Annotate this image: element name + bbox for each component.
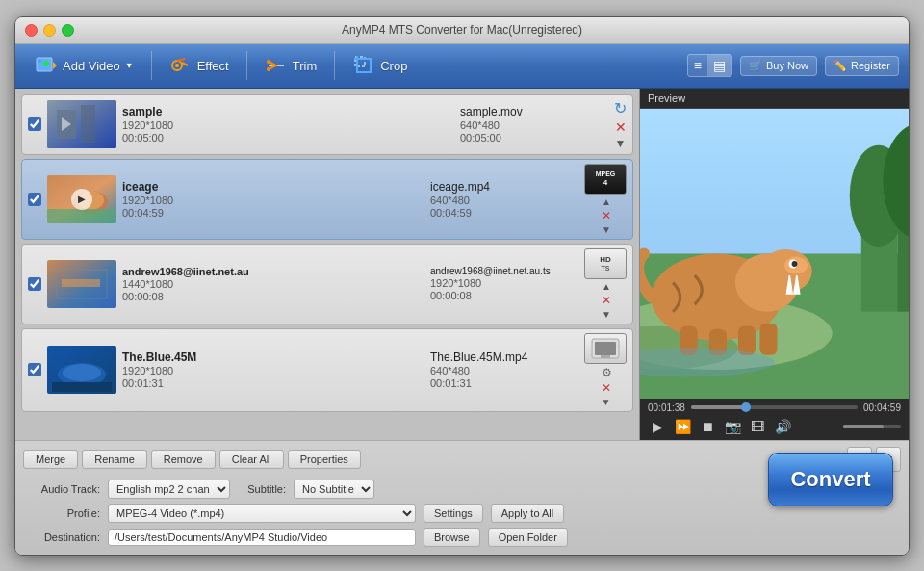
file-output-3: andrew1968@iinet.net.au.ts 1920*1080 00:… <box>430 266 575 301</box>
convert-button[interactable]: Convert <box>768 453 893 506</box>
file-dim-3: 1440*1080 <box>122 278 424 290</box>
audio-track-select[interactable]: English mp2 2 chan <box>108 480 230 499</box>
svg-point-29 <box>63 364 101 381</box>
svg-point-47 <box>792 261 798 267</box>
svg-rect-51 <box>759 323 777 354</box>
format-badge-3[interactable]: HD TS <box>584 248 627 279</box>
effect-button[interactable]: Effect <box>160 50 239 81</box>
file-dim-4: 1920*1080 <box>122 365 424 376</box>
stop-button[interactable]: ⏹ <box>698 417 717 436</box>
profile-row: Profile: MPEG-4 Video (*.mp4) Settings A… <box>23 504 901 523</box>
remove-icon-3[interactable]: ✕ <box>602 294 611 307</box>
preview-panel: Preview <box>639 89 909 440</box>
refresh-icon-1[interactable]: ↻ <box>614 99 627 117</box>
register-button[interactable]: ✏️ Register <box>825 56 899 76</box>
remove-icon-1[interactable]: ✕ <box>615 119 627 135</box>
browse-button[interactable]: Browse <box>424 528 480 547</box>
svg-rect-30 <box>52 382 112 392</box>
svg-rect-33 <box>601 355 610 358</box>
profile-select[interactable]: MPEG-4 Video (*.mp4) <box>108 504 416 523</box>
buy-now-label: Buy Now <box>766 60 808 71</box>
move-up-icon-3[interactable]: ▲ <box>602 281 611 292</box>
add-video-icon <box>35 54 58 77</box>
file-out-name-3: andrew1968@iinet.net.au.ts <box>430 266 575 276</box>
add-video-button[interactable]: Add Video ▼ <box>25 50 143 81</box>
apply-to-all-button[interactable]: Apply to All <box>491 504 564 523</box>
thumbnail-4 <box>47 346 116 394</box>
file-checkbox-2[interactable] <box>28 193 41 206</box>
remove-icon-2[interactable]: ✕ <box>602 209 611 222</box>
move-down-icon-4[interactable]: ▼ <box>602 397 612 407</box>
svg-rect-13 <box>357 59 371 72</box>
file-out-dim-4: 640*480 <box>430 365 575 376</box>
close-button[interactable] <box>25 24 38 37</box>
file-out-time-2: 00:04:59 <box>430 207 575 219</box>
remove-icon-4[interactable]: ✕ <box>602 381 612 395</box>
clear-all-button[interactable]: Clear All <box>219 450 284 469</box>
move-up-icon-2[interactable]: ▲ <box>602 196 611 207</box>
file-checkbox-1[interactable] <box>28 117 41 131</box>
bottom-section: Merge Rename Remove Clear All Properties… <box>15 440 909 555</box>
file-time-1: 00:05:00 <box>122 132 454 143</box>
play-button[interactable]: ▶ <box>648 417 667 436</box>
separator-3 <box>334 51 335 80</box>
format-badge-2[interactable]: MPEG 4 <box>584 164 627 195</box>
format-badge-4[interactable] <box>584 333 627 364</box>
file-name-3: andrew1968@iinet.net.au <box>122 266 424 277</box>
file-output-2: iceage.mp4 640*480 00:04:59 <box>430 180 575 219</box>
move-down-icon-3[interactable]: ▼ <box>602 309 611 320</box>
grid-view-button[interactable]: ▤ <box>707 55 732 76</box>
view-toggle: ≡ ▤ <box>687 54 732 77</box>
crop-button[interactable]: Crop <box>343 50 417 81</box>
file-info-1: sample 1920*1080 00:05:00 <box>122 105 454 143</box>
time-slider[interactable] <box>691 405 858 409</box>
buy-now-button[interactable]: 🛒 Buy Now <box>740 56 817 76</box>
move-down-icon-2[interactable]: ▼ <box>602 224 611 235</box>
file-checkbox-4[interactable] <box>28 363 41 376</box>
add-video-label: Add Video <box>63 59 120 73</box>
file-out-time-3: 00:00:08 <box>430 290 575 301</box>
split-area: sample 1920*1080 00:05:00 sample.mov 640… <box>15 89 909 440</box>
thumbnail-3 <box>47 260 116 308</box>
volume-slider[interactable] <box>843 425 901 428</box>
file-name-2: iceage <box>122 180 424 194</box>
register-icon: ✏️ <box>834 60 847 72</box>
minimize-button[interactable] <box>43 24 56 37</box>
svg-point-11 <box>267 67 270 71</box>
table-row: sample 1920*1080 00:05:00 sample.mov 640… <box>21 94 633 155</box>
destination-label: Destination: <box>23 532 100 543</box>
open-folder-button[interactable]: Open Folder <box>488 528 568 547</box>
gear-icon-4[interactable]: ⚙ <box>602 366 612 379</box>
file-time-2: 00:04:59 <box>122 207 424 219</box>
screenshot-button[interactable]: 📷 <box>723 417 742 436</box>
profile-label: Profile: <box>23 507 100 519</box>
svg-rect-32 <box>595 342 616 355</box>
clip-button[interactable]: 🎞 <box>748 417 767 436</box>
add-video-dropdown-icon[interactable]: ▼ <box>125 61 134 70</box>
properties-button[interactable]: Properties <box>288 450 361 469</box>
destination-input[interactable] <box>108 529 416 546</box>
more-icon-1[interactable]: ▼ <box>615 137 627 150</box>
file-checkbox-3[interactable] <box>28 277 41 291</box>
fast-forward-button[interactable]: ⏩ <box>673 417 692 436</box>
remove-button[interactable]: Remove <box>151 450 216 469</box>
play-overlay-2[interactable]: ▶ <box>71 189 92 210</box>
table-row: andrew1968@iinet.net.au 1440*1080 00:00:… <box>21 244 633 324</box>
toolbar: Add Video ▼ Effect <box>15 44 909 89</box>
svg-rect-50 <box>738 325 756 354</box>
rename-button[interactable]: Rename <box>82 450 147 469</box>
separator-2 <box>246 51 247 80</box>
effect-label: Effect <box>197 59 229 73</box>
settings-button[interactable]: Settings <box>424 504 483 523</box>
thumbnail-2: ▶ <box>47 175 116 223</box>
time-slider-thumb <box>741 402 751 412</box>
title-bar: AnyMP4 MTS Converter for Mac(Unregistere… <box>15 17 909 44</box>
list-view-button[interactable]: ≡ <box>688 55 707 76</box>
trim-button[interactable]: Trim <box>255 50 327 81</box>
merge-button[interactable]: Merge <box>23 450 78 469</box>
convert-label: Convert <box>790 467 870 492</box>
maximize-button[interactable] <box>62 24 74 37</box>
subtitle-select[interactable]: No Subtitle <box>294 480 374 499</box>
file-actions-2: MPEG 4 ▲ ✕ ▼ <box>584 164 627 235</box>
svg-point-10 <box>267 60 270 64</box>
